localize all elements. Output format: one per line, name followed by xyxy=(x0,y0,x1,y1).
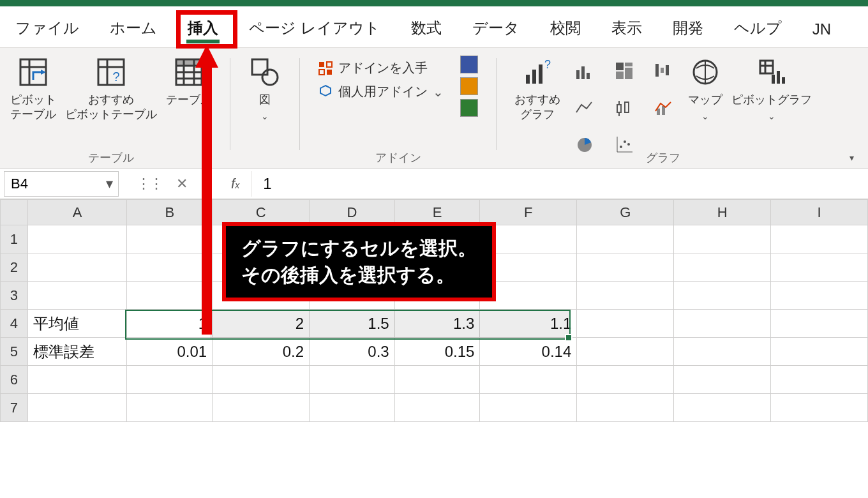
pie-chart-icon[interactable] xyxy=(569,130,600,160)
row-header-1[interactable]: 1 xyxy=(1,225,28,253)
people-addin-icon[interactable] xyxy=(460,99,478,117)
map-chart-button[interactable]: マップ ⌄ xyxy=(688,56,722,121)
select-all-corner[interactable] xyxy=(1,200,28,225)
table-button[interactable]: テーブル xyxy=(166,56,212,107)
row-header-3[interactable]: 3 xyxy=(1,282,28,310)
cell-A2[interactable] xyxy=(27,253,127,282)
cell-H1[interactable] xyxy=(674,225,771,253)
formula-enter-icon[interactable]: ✔ xyxy=(202,176,213,192)
bing-addin-icon[interactable] xyxy=(460,77,478,95)
pivot-table-button[interactable]: ピボット テーブル xyxy=(10,56,56,121)
col-header-G[interactable]: G xyxy=(577,200,674,225)
cell-I2[interactable] xyxy=(771,253,868,282)
cell-G6[interactable] xyxy=(577,366,674,394)
cell-B1[interactable] xyxy=(127,225,213,253)
cell-I3[interactable] xyxy=(771,282,868,310)
cell-C6[interactable] xyxy=(213,366,310,394)
cell-E4[interactable]: 1.3 xyxy=(394,310,480,338)
cell-B4[interactable]: 1 xyxy=(127,310,213,338)
cell-A4[interactable]: 平均値 xyxy=(27,310,127,338)
cell-B7[interactable] xyxy=(127,394,213,422)
cell-E5[interactable]: 0.15 xyxy=(394,338,480,366)
col-header-H[interactable]: H xyxy=(674,200,771,225)
fx-icon[interactable]: fx xyxy=(231,176,251,192)
tab-extra[interactable]: JN xyxy=(806,17,837,47)
personal-addins-button[interactable]: 個人用アドイン ⌄ xyxy=(318,83,444,100)
cell-I5[interactable] xyxy=(771,338,868,366)
cell-C4[interactable]: 2 xyxy=(213,310,310,338)
scatter-chart-icon[interactable] xyxy=(609,130,640,160)
cell-B5[interactable]: 0.01 xyxy=(127,338,213,366)
cell-H4[interactable] xyxy=(674,310,771,338)
row-header-2[interactable]: 2 xyxy=(1,253,28,282)
recommended-pivot-button[interactable]: ? おすすめ ピボットテーブル xyxy=(65,56,157,121)
cell-B3[interactable] xyxy=(127,282,213,310)
cell-A7[interactable] xyxy=(27,394,127,422)
cell-A3[interactable] xyxy=(27,282,127,310)
cell-D5[interactable]: 0.3 xyxy=(310,338,395,366)
cell-C7[interactable] xyxy=(213,394,310,422)
combo-chart-icon[interactable] xyxy=(648,93,679,123)
tab-formulas[interactable]: 数式 xyxy=(405,14,448,47)
col-header-D[interactable]: D xyxy=(310,200,395,225)
tab-view[interactable]: 表示 xyxy=(605,14,648,47)
cell-D4[interactable]: 1.5 xyxy=(310,310,395,338)
cell-G3[interactable] xyxy=(577,282,674,310)
cell-I4[interactable] xyxy=(771,310,868,338)
group-dialog-launcher[interactable]: ▾ xyxy=(846,150,858,165)
row-header-7[interactable]: 7 xyxy=(1,394,28,422)
waterfall-chart-icon[interactable] xyxy=(648,56,679,86)
cell-A1[interactable] xyxy=(27,225,127,253)
cell-H7[interactable] xyxy=(674,394,771,422)
cell-G1[interactable] xyxy=(577,225,674,253)
tab-file[interactable]: ファイル xyxy=(9,14,86,47)
formula-dots-icon[interactable]: ⋮⋮ xyxy=(137,176,162,192)
formula-bar[interactable]: 1 xyxy=(251,171,868,197)
col-header-C[interactable]: C xyxy=(213,200,310,225)
col-header-F[interactable]: F xyxy=(480,200,577,225)
formula-cancel-icon[interactable]: ✕ xyxy=(176,176,188,192)
cell-B2[interactable] xyxy=(127,253,213,282)
hierarchy-chart-icon[interactable] xyxy=(609,56,640,86)
visio-addin-icon[interactable] xyxy=(460,56,478,73)
cell-I1[interactable] xyxy=(771,225,868,253)
row-header-4[interactable]: 4 xyxy=(1,310,28,338)
cell-G4[interactable] xyxy=(577,310,674,338)
pivot-chart-button[interactable]: ピボットグラフ ⌄ xyxy=(731,56,812,121)
row-header-5[interactable]: 5 xyxy=(1,338,28,366)
cell-H3[interactable] xyxy=(674,282,771,310)
cell-H6[interactable] xyxy=(674,366,771,394)
tab-page-layout[interactable]: ページ レイアウト xyxy=(243,14,387,47)
cell-A6[interactable] xyxy=(27,366,127,394)
tab-help[interactable]: ヘルプ xyxy=(728,14,788,47)
tab-data[interactable]: データ xyxy=(466,14,526,47)
cell-I6[interactable] xyxy=(771,366,868,394)
cell-D6[interactable] xyxy=(310,366,395,394)
cell-G5[interactable] xyxy=(577,338,674,366)
col-header-A[interactable]: A xyxy=(27,200,127,225)
cell-F4[interactable]: 1.1 xyxy=(480,310,577,338)
line-chart-icon[interactable] xyxy=(569,93,600,123)
column-chart-icon[interactable] xyxy=(569,56,600,86)
illustrations-button[interactable]: 図 ⌄ xyxy=(248,56,281,121)
col-header-B[interactable]: B xyxy=(127,200,213,225)
tab-insert[interactable]: 挿入 xyxy=(181,14,225,47)
cell-A5[interactable]: 標準誤差 xyxy=(27,338,127,366)
cell-G2[interactable] xyxy=(577,253,674,282)
col-header-I[interactable]: I xyxy=(771,200,868,225)
col-header-E[interactable]: E xyxy=(394,200,480,225)
cell-E7[interactable] xyxy=(394,394,480,422)
name-box[interactable]: B4 xyxy=(4,171,119,197)
cell-I7[interactable] xyxy=(771,394,868,422)
cell-H5[interactable] xyxy=(674,338,771,366)
cell-F5[interactable]: 0.14 xyxy=(480,338,577,366)
cell-F6[interactable] xyxy=(480,366,577,394)
tab-review[interactable]: 校閲 xyxy=(544,14,587,47)
get-addins-button[interactable]: アドインを入手 xyxy=(318,59,444,77)
tab-home[interactable]: ホーム xyxy=(103,14,163,47)
cell-C5[interactable]: 0.2 xyxy=(213,338,310,366)
cell-D7[interactable] xyxy=(310,394,395,422)
recommended-charts-button[interactable]: ? おすすめ グラフ xyxy=(514,56,560,121)
cell-E6[interactable] xyxy=(394,366,480,394)
row-header-6[interactable]: 6 xyxy=(1,366,28,394)
